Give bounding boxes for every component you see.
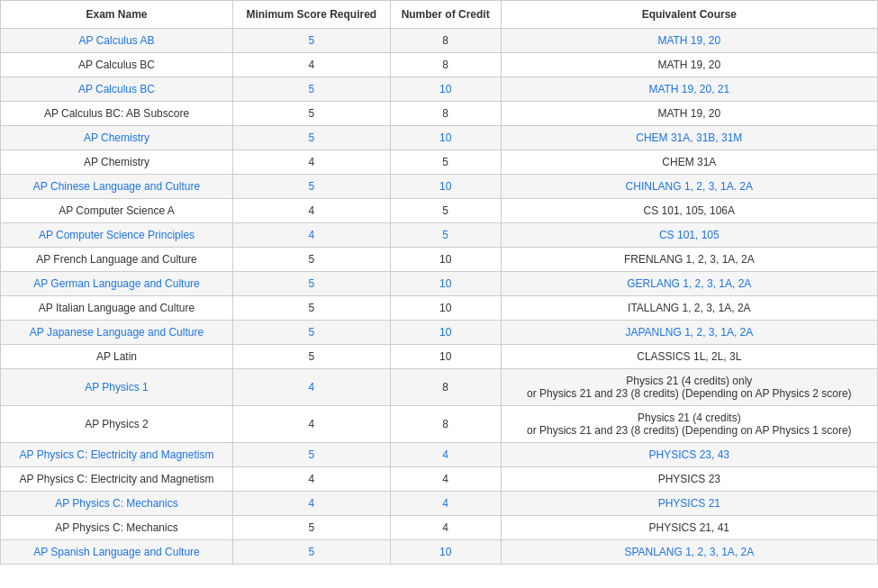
equiv-course-cell: SPANLANG 1, 2, 3, 1A, 2A [501,540,877,565]
min-score-cell: 4 [232,492,390,516]
table-row: AP French Language and Culture510FRENLAN… [1,248,878,272]
min-score-cell: 5 [232,29,390,53]
credits-cell: 10 [390,77,501,102]
col-header-credits: Number of Credit [390,1,501,29]
min-score-cell: 5 [232,248,390,272]
exam-name-cell: AP Chinese Language and Culture [1,175,233,199]
min-score-cell: 4 [232,467,390,492]
table-row: AP Chemistry45CHEM 31A [1,150,878,175]
equiv-course-cell: CS 101, 105, 106A [501,199,877,223]
table-row: AP Calculus BC510MATH 19, 20, 21 [1,77,878,102]
table-row: AP German Language and Culture510GERLANG… [1,272,878,296]
table-row: AP Physics C: Mechanics44PHYSICS 21 [1,492,878,516]
exam-name-cell: AP German Language and Culture [1,272,233,296]
credits-cell: 4 [390,467,501,492]
min-score-cell: 4 [232,369,390,406]
equiv-course-cell: Physics 21 (4 credits) onlyor Physics 21… [501,369,877,406]
exam-name-cell: AP Physics C: Mechanics [1,492,233,516]
table-row: AP Chinese Language and Culture510CHINLA… [1,175,878,199]
min-score-cell: 5 [232,296,390,321]
exam-name-cell: AP Calculus BC [1,53,233,77]
exam-name-cell: AP Physics C: Mechanics [1,516,233,540]
table-row: AP Computer Science A45CS 101, 105, 106A [1,199,878,223]
table-row: AP Latin510CLASSICS 1L, 2L, 3L [1,345,878,369]
exam-name-cell: AP Computer Science A [1,199,233,223]
equiv-course-cell: PHYSICS 21 [501,492,877,516]
exam-name-cell: AP Spanish Language and Culture [1,540,233,565]
min-score-cell: 5 [232,272,390,296]
credits-cell: 8 [390,53,501,77]
equiv-course-cell: PHYSICS 21, 41 [501,516,877,540]
min-score-cell: 5 [232,77,390,102]
min-score-cell: 5 [232,540,390,565]
exam-name-cell: AP Physics C: Electricity and Magnetism [1,467,233,492]
table-row: AP Physics 148Physics 21 (4 credits) onl… [1,369,878,406]
equiv-course-cell: CHEM 31A [501,150,877,175]
table-row: AP Calculus AB58MATH 19, 20 [1,29,878,53]
table-row: AP Spanish Language and Culture510SPANLA… [1,540,878,565]
exam-name-cell: AP Computer Science Principles [1,223,233,248]
min-score-cell: 5 [232,321,390,345]
col-header-equiv: Equivalent Course [501,1,877,29]
credits-cell: 10 [390,296,501,321]
table-row: AP Calculus BC48MATH 19, 20 [1,53,878,77]
equiv-course-cell: MATH 19, 20, 21 [501,77,877,102]
min-score-cell: 4 [232,406,390,443]
exam-name-cell: AP Chemistry [1,150,233,175]
min-score-cell: 5 [232,345,390,369]
exam-name-cell: AP Japanese Language and Culture [1,321,233,345]
min-score-cell: 4 [232,223,390,248]
credits-cell: 4 [390,443,501,467]
ap-credit-table: Exam Name Minimum Score Required Number … [0,0,878,565]
equiv-course-cell: MATH 19, 20 [501,29,877,53]
equiv-course-cell: CS 101, 105 [501,223,877,248]
credits-cell: 10 [390,248,501,272]
equiv-course-cell: Physics 21 (4 credits)or Physics 21 and … [501,406,877,443]
col-header-score: Minimum Score Required [232,1,390,29]
table-row: AP Physics C: Electricity and Magnetism4… [1,467,878,492]
credits-cell: 10 [390,126,501,150]
min-score-cell: 4 [232,150,390,175]
equiv-course-cell: ITALLANG 1, 2, 3, 1A, 2A [501,296,877,321]
table-row: AP Japanese Language and Culture510JAPAN… [1,321,878,345]
col-header-exam: Exam Name [1,1,233,29]
min-score-cell: 5 [232,516,390,540]
exam-name-cell: AP Calculus BC: AB Subscore [1,102,233,126]
credits-cell: 10 [390,175,501,199]
min-score-cell: 5 [232,126,390,150]
exam-name-cell: AP Calculus BC [1,77,233,102]
credits-cell: 10 [390,345,501,369]
credits-cell: 10 [390,321,501,345]
equiv-course-cell: MATH 19, 20 [501,102,877,126]
exam-name-cell: AP Physics 2 [1,406,233,443]
equiv-course-cell: CHEM 31A, 31B, 31M [501,126,877,150]
table-row: AP Computer Science Principles45CS 101, … [1,223,878,248]
table-row: AP Chemistry510CHEM 31A, 31B, 31M [1,126,878,150]
credits-cell: 5 [390,150,501,175]
equiv-course-cell: CHINLANG 1, 2, 3, 1A. 2A [501,175,877,199]
equiv-course-cell: CLASSICS 1L, 2L, 3L [501,345,877,369]
min-score-cell: 5 [232,102,390,126]
min-score-cell: 5 [232,443,390,467]
equiv-course-cell: GERLANG 1, 2, 3, 1A, 2A [501,272,877,296]
credits-cell: 10 [390,272,501,296]
exam-name-cell: AP Physics 1 [1,369,233,406]
equiv-course-cell: PHYSICS 23 [501,467,877,492]
exam-name-cell: AP Chemistry [1,126,233,150]
min-score-cell: 4 [232,53,390,77]
min-score-cell: 5 [232,175,390,199]
table-row: AP Physics 248Physics 21 (4 credits)or P… [1,406,878,443]
credits-cell: 10 [390,540,501,565]
equiv-course-cell: JAPANLNG 1, 2, 3, 1A, 2A [501,321,877,345]
exam-name-cell: AP Physics C: Electricity and Magnetism [1,443,233,467]
min-score-cell: 4 [232,199,390,223]
credits-cell: 8 [390,406,501,443]
exam-name-cell: AP Latin [1,345,233,369]
equiv-course-cell: PHYSICS 23, 43 [501,443,877,467]
credits-cell: 4 [390,492,501,516]
table-row: AP Calculus BC: AB Subscore58MATH 19, 20 [1,102,878,126]
table-row: AP Physics C: Mechanics54PHYSICS 21, 41 [1,516,878,540]
table-row: AP Physics C: Electricity and Magnetism5… [1,443,878,467]
table-row: AP Italian Language and Culture510ITALLA… [1,296,878,321]
credits-cell: 8 [390,102,501,126]
